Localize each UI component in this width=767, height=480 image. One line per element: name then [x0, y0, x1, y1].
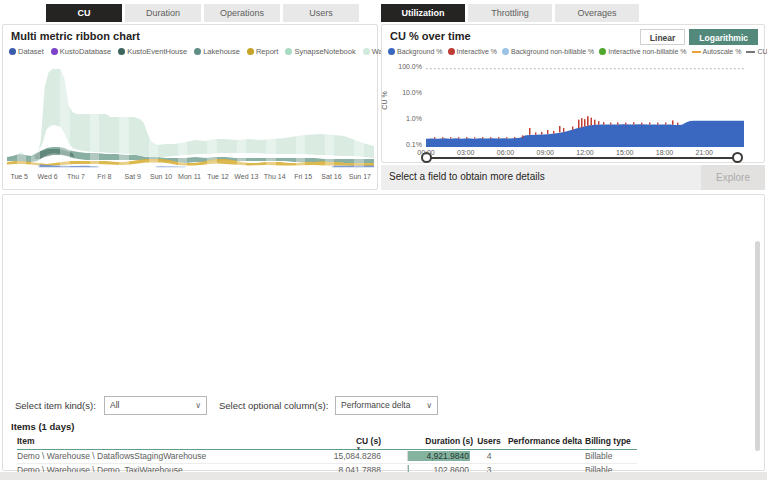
tab-operations[interactable]: Operations: [204, 4, 280, 22]
legend-dot-icon: [363, 48, 370, 55]
multi-metric-ribbon-panel: Multi metric ribbon chart DatasetKustoDa…: [2, 24, 378, 190]
cu-utilization-plot[interactable]: [426, 59, 744, 149]
explore-button[interactable]: Explore: [701, 165, 765, 190]
scrollbar-thumb[interactable]: [755, 241, 760, 451]
x-tick-label: Fri 8: [90, 173, 118, 180]
legend-dot-icon: [388, 48, 395, 55]
logarithmic-button[interactable]: Logarithmic: [689, 29, 758, 45]
items-table-title: Items (1 days): [11, 421, 74, 432]
x-tick-label: Sat 16: [317, 173, 345, 180]
slider-handle-right[interactable]: [732, 152, 743, 163]
cu-utilization-svg: [426, 59, 744, 149]
cu-cell: 15,084.8286: [319, 449, 381, 463]
column-header-item[interactable]: Item: [17, 433, 319, 449]
legend-label: Interactive %: [457, 48, 497, 55]
scale-toggle: Linear Logarithmic: [640, 29, 758, 45]
y-tick-label: 0.1%: [384, 141, 422, 148]
x-tick-label: Tue 12: [204, 173, 232, 180]
x-tick-label: 03:00: [451, 149, 481, 156]
items-table-header-row: ItemCU (s)▼Duration (s)UsersPerformance …: [17, 433, 637, 449]
x-tick-label: 06:00: [491, 149, 521, 156]
table-scrollbar[interactable]: [755, 241, 760, 459]
legend-item[interactable]: Dataset: [9, 47, 44, 56]
legend-item[interactable]: KustoEventHouse: [118, 47, 187, 56]
item-kind-dropdown[interactable]: All ∨: [104, 396, 207, 415]
y-tick-label: 10.0%: [384, 89, 422, 96]
x-tick-label: Sun 10: [147, 173, 175, 180]
x-tick-label: 15:00: [610, 149, 640, 156]
tab-cu[interactable]: CU: [46, 4, 122, 22]
x-tick-label: 09:00: [530, 149, 560, 156]
legend-item[interactable]: Lakehouse: [194, 47, 240, 56]
x-tick-label: 00:00: [411, 149, 441, 156]
ribbon-chart-plot[interactable]: [7, 61, 374, 171]
table-row[interactable]: Demo \ Warehouse \ DataflowsStagingWareh…: [17, 449, 637, 463]
legend-item[interactable]: Background non-billable %: [502, 48, 594, 55]
sort-descending-icon: ▼: [356, 445, 361, 451]
legend-label: SynapseNotebook: [294, 47, 355, 56]
x-tick-label: Thu 7: [62, 173, 90, 180]
legend-line-swatch: [746, 51, 755, 53]
fabric-capacity-metrics-report: CUDurationOperationsUsers UtilizationThr…: [0, 0, 767, 480]
chevron-down-icon: ∨: [195, 397, 201, 414]
tab-throttling[interactable]: Throttling: [468, 4, 552, 22]
legend-item[interactable]: SynapseNotebook: [285, 47, 355, 56]
performance-delta-cell: [505, 449, 585, 463]
item-cell: Demo \ Warehouse \ DataflowsStagingWareh…: [17, 449, 319, 463]
item-kind-dropdown-value: All: [110, 400, 119, 410]
metric-tabbar: CUDurationOperationsUsers: [46, 4, 359, 22]
column-header-duration-s-[interactable]: Duration (s): [381, 433, 473, 449]
detail-hint-bar: Select a field to obtain more details Ex…: [381, 165, 765, 190]
legend-dot-icon: [194, 48, 201, 55]
legend-dot-icon: [285, 48, 292, 55]
legend-item[interactable]: Interactive %: [448, 48, 497, 55]
optional-column-dropdown[interactable]: Performance delta ∨: [335, 396, 438, 415]
legend-label: Lakehouse: [203, 47, 240, 56]
x-tick-label: Mon 11: [175, 173, 203, 180]
tab-duration[interactable]: Duration: [125, 4, 201, 22]
tab-utilization[interactable]: Utilization: [381, 4, 465, 22]
x-tick-label: 18:00: [650, 149, 680, 156]
x-tick-label: Wed 6: [33, 173, 61, 180]
utilization-tabbar: UtilizationThrottlingOverages: [381, 4, 639, 22]
legend-dot-icon: [9, 48, 16, 55]
page-bottom-margin: [0, 472, 767, 480]
legend-item[interactable]: Background %: [388, 48, 443, 55]
tab-overages[interactable]: Overages: [555, 4, 639, 22]
item-kind-filter-label: Select item kind(s):: [15, 400, 96, 411]
optional-column-filter-label: Select optional column(s):: [219, 400, 328, 411]
legend-dot-icon: [118, 48, 125, 55]
legend-item[interactable]: CU % Limit: [746, 48, 767, 55]
ribbon-chart-title: Multi metric ribbon chart: [11, 30, 140, 42]
column-header-cu-s-[interactable]: CU (s)▼: [319, 433, 381, 449]
cu-chart-title: CU % over time: [390, 30, 471, 42]
time-range-slider-track[interactable]: [426, 157, 738, 159]
billing-type-cell: Billable: [585, 449, 637, 463]
duration-value: 4,921.9840: [381, 451, 473, 461]
legend-label: Autoscale %: [703, 48, 742, 55]
column-header-users[interactable]: Users: [473, 433, 505, 449]
x-tick-label: 12:00: [570, 149, 600, 156]
x-tick-label: Wed 13: [232, 173, 260, 180]
legend-item[interactable]: KustoDatabase: [51, 47, 111, 56]
column-header-performance-delta[interactable]: Performance delta: [505, 433, 585, 449]
ribbon-chart-legend: DatasetKustoDatabaseKustoEventHouseLakeh…: [9, 47, 410, 56]
y-tick-label: 1.0%: [384, 115, 422, 122]
legend-label: Background %: [397, 48, 443, 55]
legend-item[interactable]: Autoscale %: [692, 48, 742, 55]
legend-item[interactable]: Report: [247, 47, 279, 56]
users-cell: 4: [473, 449, 505, 463]
x-tick-label: Sun 17: [346, 173, 374, 180]
legend-dot-icon: [51, 48, 58, 55]
x-tick-label: 21:00: [689, 149, 719, 156]
x-tick-label: Sat 9: [119, 173, 147, 180]
legend-label: KustoDatabase: [60, 47, 111, 56]
tab-users[interactable]: Users: [283, 4, 359, 22]
ribbon-x-axis-labels: Tue 5Wed 6Thu 7Fri 8Sat 9Sun 10Mon 11Tue…: [5, 173, 374, 180]
column-header-billing-type[interactable]: Billing type: [585, 433, 637, 449]
legend-item[interactable]: Interactive non-billable %: [599, 48, 686, 55]
legend-label: Background non-billable %: [511, 48, 594, 55]
legend-line-swatch: [692, 51, 701, 53]
linear-button[interactable]: Linear: [640, 29, 686, 45]
legend-label: Report: [256, 47, 279, 56]
